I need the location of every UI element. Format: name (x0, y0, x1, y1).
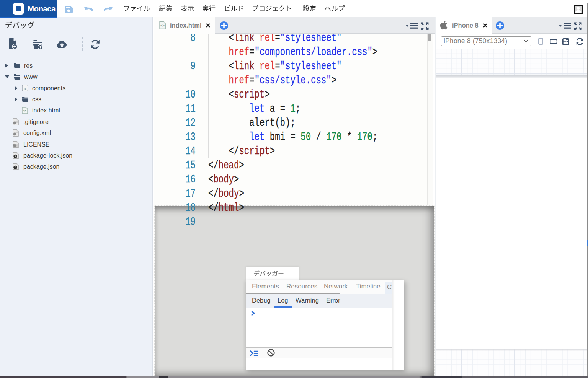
svg-text:<>: <> (160, 24, 165, 28)
svg-text:<>: <> (23, 109, 27, 112)
svg-text:js: js (23, 87, 26, 90)
